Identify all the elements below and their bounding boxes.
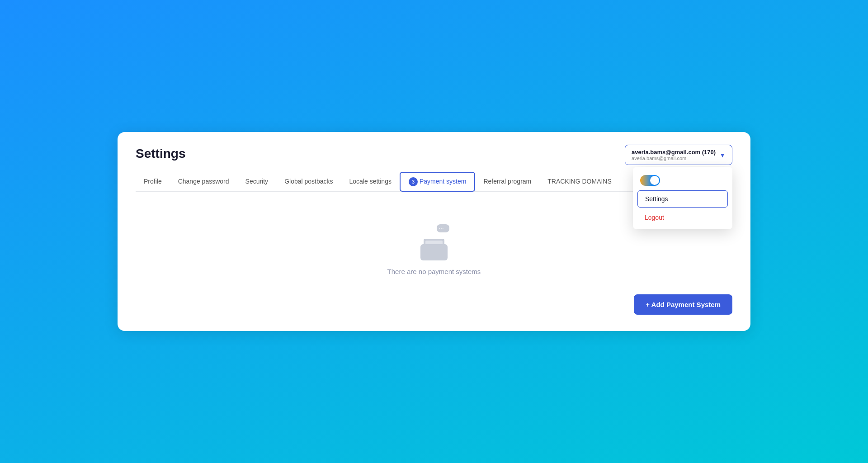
add-payment-system-button[interactable]: + Add Payment System — [634, 294, 732, 315]
tab-payment-system[interactable]: 3Payment system — [400, 172, 475, 192]
empty-state-text: There are no payment systems — [387, 268, 481, 275]
tab-tracking-domains[interactable]: TRACKING DOMAINS — [539, 173, 620, 190]
user-dropdown-menu: Settings Logout — [633, 167, 732, 229]
user-dropdown-wrapper: averia.bams@gmail.com (170) averia.bams@… — [625, 145, 732, 165]
dropdown-toggle-row — [633, 172, 732, 190]
tab-security[interactable]: Security — [237, 173, 277, 190]
user-email-main: averia.bams@gmail.com (170) — [632, 149, 716, 156]
tab-global-postbacks[interactable]: Global postbacks — [276, 173, 341, 190]
tab-payment-system-badge: 3 — [409, 177, 418, 186]
theme-toggle[interactable] — [640, 175, 660, 186]
dropdown-logout-item[interactable]: Logout — [637, 209, 728, 226]
tab-change-password[interactable]: Change password — [170, 173, 237, 190]
add-payment-system-wrapper: + Add Payment System — [634, 294, 732, 315]
tab-locale-settings[interactable]: Locale settings — [341, 173, 400, 190]
tab-referral-program[interactable]: Referral program — [475, 173, 539, 190]
chat-bubble-icon — [437, 224, 449, 232]
tab-profile[interactable]: Profile — [136, 173, 170, 190]
chevron-down-icon: ▼ — [719, 151, 726, 159]
user-dropdown-trigger[interactable]: averia.bams@gmail.com (170) averia.bams@… — [625, 145, 732, 165]
printer-body — [420, 244, 448, 260]
toggle-knob — [650, 176, 659, 185]
settings-card: Settings Profile Change password Securit… — [118, 132, 750, 331]
dropdown-settings-item[interactable]: Settings — [637, 190, 728, 208]
user-info: averia.bams@gmail.com (170) averia.bams@… — [632, 149, 716, 161]
user-email-sub: averia.bams@gmail.com — [632, 156, 716, 161]
empty-state-icon — [416, 224, 452, 260]
